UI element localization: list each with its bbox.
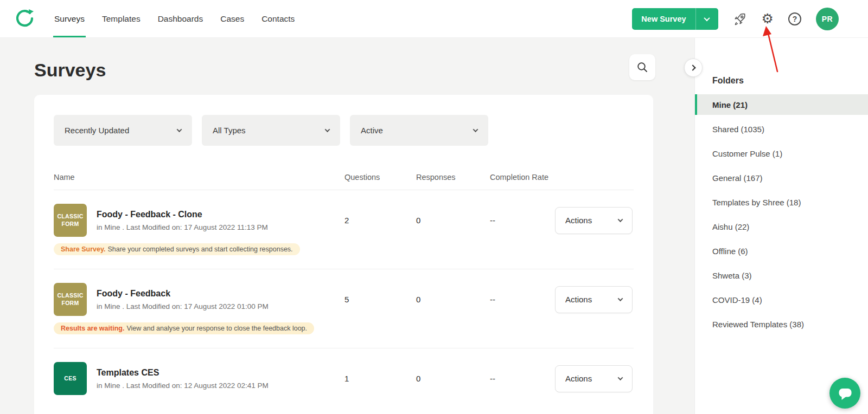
col-header-completion-rate: Completion Rate [490,173,555,182]
page-body: Surveys Recently Updated All Types [0,38,868,414]
folder-item-shweta[interactable]: Shweta (3) [695,265,868,286]
responses-value: 0 [416,374,490,383]
chat-bubble-icon [837,385,853,402]
survey-type-badge: CLASSIC FORM [54,204,87,237]
folder-item-templates-by-shree[interactable]: Templates by Shree (18) [695,192,868,212]
status-filter-dropdown[interactable]: Active [350,115,488,146]
col-header-name: Name [54,173,344,182]
actions-dropdown-button[interactable]: Actions [555,365,633,392]
folder-item-customer-pulse[interactable]: Customer Pulse (1) [695,143,868,164]
chat-launcher-button[interactable] [829,378,860,409]
main-nav: Surveys Templates Dashboards Cases Conta… [54,0,312,37]
survey-status-note: Share Survey. Share your completed surve… [54,243,300,255]
folder-item-offline[interactable]: Offline (6) [695,241,868,261]
survey-type-badge: CLASSIC FORM [54,283,87,316]
col-header-responses: Responses [416,173,490,182]
folder-list: Mine (21) Shared (1035) Customer Pulse (… [695,94,868,334]
nav-item-cases[interactable]: Cases [220,0,244,37]
brand-logo-icon[interactable] [13,7,35,31]
nav-item-templates[interactable]: Templates [102,0,141,37]
survey-name[interactable]: Foody - Feedback - Clone [97,210,268,219]
folder-item-general[interactable]: General (167) [695,167,868,188]
topbar: Surveys Templates Dashboards Cases Conta… [0,0,868,38]
survey-meta: in Mine . Last Modified on: 17 August 20… [97,223,268,231]
sidebar-collapse-button[interactable] [684,59,703,77]
survey-meta: in Mine . Last Modified on: 12 August 20… [97,381,269,390]
type-filter-dropdown[interactable]: All Types [202,115,340,146]
topbar-right: New Survey ⚙ ? PR [632,8,839,30]
completion-rate-value: -- [490,374,555,383]
help-icon[interactable]: ? [788,12,801,25]
search-icon [636,61,648,73]
user-avatar[interactable]: PR [816,8,839,30]
sort-filter-dropdown[interactable]: Recently Updated [54,115,192,146]
survey-meta: in Mine . Last Modified on: 17 August 20… [97,302,269,310]
note-text: Share your completed surveys and start c… [107,245,292,253]
responses-value: 0 [416,295,490,304]
rocket-icon[interactable] [733,12,747,26]
actions-dropdown-button[interactable]: Actions [555,286,633,313]
folder-item-shared[interactable]: Shared (1035) [695,119,868,139]
survey-type-badge: CES [54,362,87,395]
page-title: Surveys [34,60,106,81]
chevron-down-icon [704,15,710,21]
completion-rate-value: -- [490,295,555,304]
nav-item-dashboards[interactable]: Dashboards [158,0,203,37]
table-row: CLASSIC FORM Foody - Feedback in Mine . … [54,269,634,348]
chevron-down-icon [618,296,623,301]
nav-item-surveys[interactable]: Surveys [54,0,85,37]
survey-name-cell[interactable]: CLASSIC FORM Foody - Feedback in Mine . … [54,283,344,316]
folder-item-mine[interactable]: Mine (21) [695,94,868,115]
surveys-card: Recently Updated All Types Active Name Q… [34,95,653,414]
survey-status-note: Results are waiting. View and analyse yo… [54,322,314,334]
type-filter-value: All Types [213,126,246,135]
nav-item-contacts[interactable]: Contacts [261,0,295,37]
chevron-down-icon [177,127,182,132]
sort-filter-value: Recently Updated [65,126,129,135]
table-row: CLASSIC FORM Foody - Feedback - Clone in… [54,190,634,269]
folders-title: Folders [712,76,868,86]
note-highlight: Results are waiting. [61,325,124,332]
new-survey-button[interactable]: New Survey [632,8,695,30]
folder-item-aishu[interactable]: Aishu (22) [695,216,868,237]
survey-name-cell[interactable]: CLASSIC FORM Foody - Feedback - Clone in… [54,204,344,237]
new-survey-dropdown-button[interactable] [695,8,718,30]
note-highlight: Share Survey. [61,245,105,253]
table-header: Name Questions Responses Completion Rate [54,173,634,190]
chevron-down-icon [618,217,623,222]
folders-sidebar: Folders Mine (21) Shared (1035) Customer… [694,38,868,414]
survey-name-cell[interactable]: CES Templates CES in Mine . Last Modifie… [54,362,344,395]
note-text: View and analyse your response to close … [126,325,307,332]
new-survey-split-button: New Survey [632,8,718,30]
questions-value: 1 [344,374,416,383]
chevron-right-icon [690,64,695,70]
survey-name[interactable]: Templates CES [97,368,269,378]
col-header-questions: Questions [344,173,416,182]
status-filter-value: Active [361,126,383,135]
chevron-down-icon [618,375,623,380]
folder-item-reviewed-templates[interactable]: Reviewed Templates (38) [695,314,868,334]
search-button[interactable] [629,54,655,80]
actions-dropdown-button[interactable]: Actions [555,207,633,234]
survey-name[interactable]: Foody - Feedback [97,289,269,299]
app-root: Surveys Templates Dashboards Cases Conta… [0,0,868,414]
chevron-down-icon [473,127,478,132]
questions-value: 5 [344,295,416,304]
questions-value: 2 [344,216,416,225]
completion-rate-value: -- [490,216,555,225]
settings-gear-icon[interactable]: ⚙ [762,12,774,25]
col-header-actions [555,173,634,182]
filter-bar: Recently Updated All Types Active [54,115,634,146]
chevron-down-icon [325,127,330,132]
folder-item-covid-19[interactable]: COVID-19 (4) [695,289,868,310]
responses-value: 0 [416,216,490,225]
page-head: Surveys [0,38,694,81]
table-row: CES Templates CES in Mine . Last Modifie… [54,348,634,409]
main-content: Surveys Recently Updated All Types [0,38,694,414]
